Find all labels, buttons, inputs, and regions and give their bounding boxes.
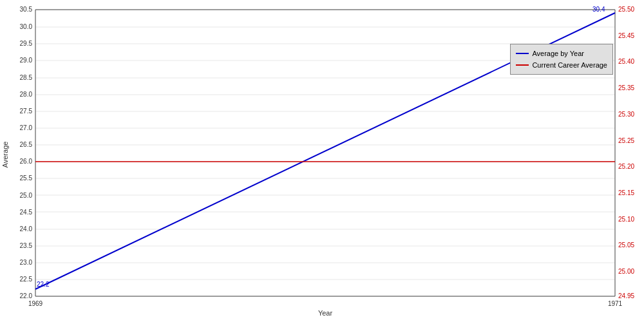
end-value-label: 30.4 xyxy=(592,6,605,13)
svg-text:28.5: 28.5 xyxy=(20,74,33,81)
svg-text:29.0: 29.0 xyxy=(20,57,33,64)
svg-text:25.10: 25.10 xyxy=(618,216,634,223)
legend-item-career: Current Career Average xyxy=(516,59,607,71)
legend-line-blue xyxy=(516,53,529,54)
svg-text:28.0: 28.0 xyxy=(20,91,33,98)
svg-text:25.35: 25.35 xyxy=(618,84,634,91)
svg-text:29.5: 29.5 xyxy=(20,40,33,47)
svg-text:25.0: 25.0 xyxy=(20,192,33,199)
svg-text:23.5: 23.5 xyxy=(20,242,33,249)
svg-text:25.15: 25.15 xyxy=(618,189,634,196)
svg-text:26.0: 26.0 xyxy=(20,158,33,165)
x-axis-title: Year xyxy=(318,309,333,317)
svg-text:30.0: 30.0 xyxy=(20,23,33,30)
svg-text:24.0: 24.0 xyxy=(20,225,33,232)
legend-item-average: Average by Year xyxy=(516,48,607,59)
svg-text:27.0: 27.0 xyxy=(20,124,33,131)
svg-text:25.25: 25.25 xyxy=(618,137,634,144)
svg-text:25.45: 25.45 xyxy=(618,32,634,39)
legend-label-career: Current Career Average xyxy=(532,59,607,71)
svg-text:22.5: 22.5 xyxy=(20,276,33,283)
y-axis-left-title: Average xyxy=(1,142,9,168)
start-value-label: 22.2 xyxy=(37,281,50,288)
svg-text:22.0: 22.0 xyxy=(20,292,33,299)
legend-box: Average by Year Current Career Average xyxy=(510,44,613,75)
chart-container: 22.0 22.5 23.0 23.5 24.0 24.5 25.0 25.5 … xyxy=(0,0,644,322)
x-tick-1971: 1971 xyxy=(608,300,623,307)
svg-text:25.00: 25.00 xyxy=(618,268,634,275)
svg-text:25.40: 25.40 xyxy=(618,58,634,65)
legend-line-red xyxy=(516,64,529,66)
y-axis-left-labels: 22.0 22.5 23.0 23.5 24.0 24.5 25.0 25.5 … xyxy=(20,6,33,299)
y-axis-right-labels: 25.50 25.45 25.40 25.35 25.30 25.25 25.2… xyxy=(618,6,634,299)
svg-text:25.5: 25.5 xyxy=(20,175,33,182)
svg-text:27.5: 27.5 xyxy=(20,108,33,115)
svg-text:25.05: 25.05 xyxy=(618,242,634,249)
svg-text:30.5: 30.5 xyxy=(20,6,33,13)
svg-text:23.0: 23.0 xyxy=(20,259,33,266)
svg-text:25.20: 25.20 xyxy=(618,163,634,170)
svg-text:24.5: 24.5 xyxy=(20,209,33,216)
x-tick-1969: 1969 xyxy=(28,300,43,307)
svg-text:24.95: 24.95 xyxy=(618,292,634,299)
svg-text:25.50: 25.50 xyxy=(618,6,634,13)
svg-text:25.30: 25.30 xyxy=(618,111,634,118)
legend-label-average: Average by Year xyxy=(532,48,584,59)
svg-text:26.5: 26.5 xyxy=(20,141,33,148)
